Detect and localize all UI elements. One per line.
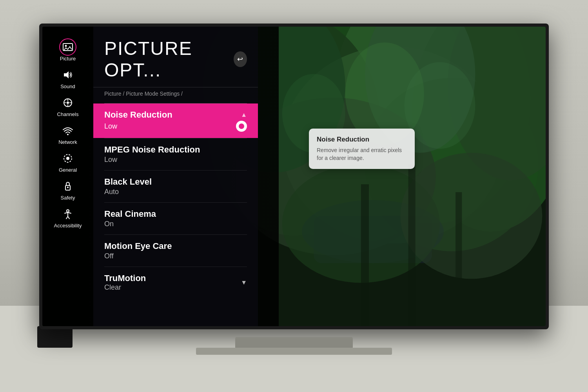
svg-point-25 <box>67 102 69 104</box>
menu-item-black-level[interactable]: Black Level Auto <box>93 171 258 202</box>
sidebar-network-label: Network <box>58 139 77 145</box>
sidebar-picture-label: Picture <box>60 56 76 62</box>
svg-point-34 <box>67 187 69 188</box>
tv-stand <box>235 337 353 349</box>
trumotion-title: TruMotion <box>104 273 146 283</box>
tv-screen: Picture Sound <box>42 27 546 326</box>
noise-reduction-value: Low <box>104 122 117 131</box>
chevron-down-icon: ▼ <box>241 279 247 286</box>
chevron-up-icon: ▲ <box>241 111 247 118</box>
tooltip-description: Remove irregular and erratic pixels for … <box>317 147 407 162</box>
menu-header: PICTURE OPT... ↩ <box>93 27 258 87</box>
sidebar: Picture Sound <box>42 27 93 326</box>
general-icon <box>59 150 76 167</box>
accessibility-icon <box>59 205 76 223</box>
real-cinema-value: On <box>104 220 247 228</box>
menu-items: Noise Reduction ▲ Low <box>93 103 258 326</box>
back-button[interactable]: ↩ <box>234 51 247 67</box>
menu-item-motion-eye[interactable]: Motion Eye Care Off <box>93 235 258 267</box>
channels-icon <box>59 94 76 111</box>
sidebar-item-safety[interactable]: Safety <box>59 178 76 201</box>
mpeg-noise-value: Low <box>104 156 247 164</box>
black-level-value: Auto <box>104 188 247 196</box>
menu-item-real-cinema[interactable]: Real Cinema On <box>93 203 258 234</box>
svg-marker-23 <box>64 71 69 78</box>
sidebar-item-channels[interactable]: Channels <box>57 94 79 117</box>
tooltip: Noise Reduction Remove irregular and err… <box>309 129 415 169</box>
sidebar-item-accessibility[interactable]: Accessibility <box>54 205 82 229</box>
sidebar-channels-label: Channels <box>57 111 79 117</box>
svg-point-22 <box>65 45 67 47</box>
breadcrumb: Picture / Picture Mode Settings / <box>93 87 258 103</box>
network-icon <box>59 122 76 139</box>
sidebar-safety-label: Safety <box>61 195 75 201</box>
motion-eye-title: Motion Eye Care <box>104 241 247 251</box>
svg-point-31 <box>66 157 69 160</box>
sidebar-item-picture[interactable]: Picture <box>59 38 76 62</box>
selected-dot <box>239 123 244 129</box>
menu-item-trumotion[interactable]: TruMotion Clear ▼ <box>93 267 258 298</box>
motion-eye-value: Off <box>104 252 247 260</box>
sidebar-accessibility-label: Accessibility <box>54 223 82 229</box>
trumotion-value: Clear <box>104 283 146 292</box>
selected-indicator <box>236 121 247 132</box>
sidebar-general-label: General <box>59 167 77 173</box>
sidebar-item-network[interactable]: Network <box>58 122 77 145</box>
menu-item-noise-reduction[interactable]: Noise Reduction ▲ Low <box>93 103 258 138</box>
room-background: Picture Sound <box>0 0 588 392</box>
menu-title: PICTURE OPT... <box>104 38 234 81</box>
real-cinema-title: Real Cinema <box>104 209 247 219</box>
external-device <box>37 326 73 348</box>
mpeg-noise-title: MPEG Noise Reduction <box>104 145 247 155</box>
svg-point-30 <box>67 134 69 135</box>
sidebar-item-general[interactable]: General <box>59 150 77 173</box>
ui-layer: Picture Sound <box>42 27 546 326</box>
noise-reduction-title: Noise Reduction <box>104 110 172 120</box>
svg-point-35 <box>67 210 69 212</box>
picture-icon <box>59 38 76 56</box>
menu-item-mpeg-noise[interactable]: MPEG Noise Reduction Low <box>93 138 258 170</box>
menu-panel: PICTURE OPT... ↩ Picture / Picture Mode … <box>93 27 258 326</box>
sidebar-item-sound[interactable]: Sound <box>59 66 76 89</box>
safety-icon <box>59 178 76 195</box>
tv-feet <box>196 348 392 355</box>
black-level-title: Black Level <box>104 177 247 187</box>
tooltip-title: Noise Reduction <box>317 136 407 143</box>
sound-icon <box>59 66 76 83</box>
tv-frame: Picture Sound <box>39 24 549 329</box>
sidebar-sound-label: Sound <box>60 83 75 89</box>
